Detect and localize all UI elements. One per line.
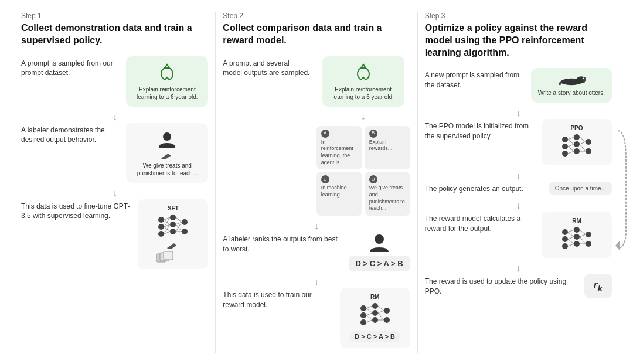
svg-line-62	[580, 144, 586, 151]
svg-line-40	[378, 311, 384, 313]
arrow4: ↓	[223, 277, 410, 287]
main-container: Step 1 Collect demonstration data and tr…	[0, 0, 633, 364]
arrow7: ↓	[425, 201, 612, 210]
letter-c: C	[321, 175, 329, 183]
svg-point-28	[360, 319, 366, 325]
svg-line-61	[580, 142, 586, 144]
svg-point-4	[158, 231, 164, 237]
step2-rm-card: RM	[340, 288, 410, 348]
svg-point-31	[372, 317, 378, 323]
svg-line-17	[176, 217, 182, 222]
grid-text-c: In machine learning...	[321, 185, 358, 198]
step2-card1-area: Explain reinforcement learning to a 6 ye…	[316, 56, 410, 216]
arrow-grid: ↓	[360, 110, 366, 123]
svg-marker-64	[615, 240, 620, 251]
step2-row3: This data is used to train our reward mo…	[223, 288, 410, 348]
svg-point-72	[586, 241, 591, 247]
svg-line-41	[378, 313, 384, 320]
step3-row2: The PPO model is initialized from the su…	[425, 119, 612, 165]
reward-rk-card: rk	[584, 274, 612, 298]
step-1-title: Collect demonstration data and train a s…	[21, 22, 208, 47]
rm-rank: D > C > A > B	[350, 331, 400, 342]
step3-rm2-card: RM	[542, 212, 612, 258]
step1-desc3: This data is used to fine-tune GPT-3.5 w…	[21, 199, 132, 222]
svg-line-39	[378, 306, 384, 311]
step-3-content: A new prompt is sampled from the dataset…	[425, 68, 612, 302]
once-upon-card: Once upon a time...	[549, 182, 612, 195]
svg-point-26	[360, 305, 366, 311]
svg-point-65	[562, 229, 568, 235]
otter-text: Write a story about otters.	[538, 89, 605, 97]
step-1: Step 1 Collect demonstration data and tr…	[14, 12, 216, 353]
output-grid: A In reinforcement learning, the agent i…	[316, 126, 410, 216]
svg-point-47	[562, 137, 568, 142]
step-3: Step 3 Optimize a policy against the rew…	[418, 12, 619, 353]
otter-card: Write a story about otters.	[531, 68, 612, 103]
svg-line-75	[568, 237, 574, 239]
svg-point-2	[158, 217, 164, 223]
edit-icon2	[166, 242, 180, 249]
ppo-network-icon	[559, 134, 594, 159]
arrow8: ↓	[425, 264, 612, 273]
step2-desc3: This data is used to train our reward mo…	[223, 288, 333, 310]
user-icon	[156, 129, 178, 150]
step-2-title: Collect comparison data and train a rewa…	[223, 22, 410, 47]
feedback-arrow-icon	[612, 125, 628, 254]
step3-desc3: The policy generates an output.	[425, 182, 543, 194]
svg-point-8	[182, 219, 188, 225]
svg-line-76	[568, 239, 574, 244]
svg-point-53	[586, 139, 591, 145]
svg-point-52	[574, 148, 580, 154]
step1-desc2: A labeler demonstrates the desired outpu…	[21, 123, 120, 145]
svg-line-36	[366, 313, 372, 315]
step1-sft-card: SFT	[138, 199, 208, 269]
step2-rank-area: D > C > A > B	[349, 232, 410, 271]
rm2-network-icon	[559, 226, 594, 252]
step3-card1-area: Write a story about otters.	[531, 68, 612, 103]
arrow1: ↓	[21, 113, 208, 122]
step2-desc2: A labeler ranks the outputs from best to…	[223, 232, 342, 254]
grid-card-a: A In reinforcement learning, the agent i…	[316, 126, 362, 170]
step-2: Step 2 Collect comparison data and train…	[216, 12, 417, 353]
sft-network-icon	[155, 214, 190, 240]
step1-card3-area: SFT	[138, 199, 208, 269]
rank-display: D > C > A > B	[349, 256, 410, 271]
svg-line-74	[568, 232, 574, 237]
svg-line-58	[568, 147, 574, 151]
grid-text-b: Explain rewards...	[369, 139, 406, 152]
letter-a: A	[321, 130, 329, 138]
svg-point-7	[170, 229, 176, 234]
rm2-label: RM	[572, 217, 581, 224]
rm-network-icon	[358, 302, 393, 328]
recycle-icon-2	[353, 62, 374, 83]
svg-line-35	[366, 308, 372, 313]
svg-point-3	[158, 224, 164, 230]
svg-point-50	[574, 134, 580, 140]
svg-point-69	[574, 234, 580, 240]
otter-icon	[557, 74, 586, 87]
svg-line-55	[568, 137, 574, 140]
grid-card-b: B Explain rewards...	[365, 126, 410, 170]
step1-desc1: A prompt is sampled from our prompt data…	[21, 56, 120, 79]
arrow2: ↓	[21, 189, 208, 198]
svg-rect-24	[164, 251, 173, 260]
step1-row3: This data is used to fine-tune GPT-3.5 w…	[21, 199, 208, 269]
svg-point-54	[586, 148, 591, 154]
svg-point-66	[562, 236, 568, 242]
svg-point-51	[574, 141, 580, 147]
svg-line-78	[580, 230, 586, 234]
step3-row1: A new prompt is sampled from the dataset…	[425, 68, 612, 103]
step3-desc5: The reward is used to update the policy …	[425, 274, 578, 297]
step-2-content: A prompt and several model outputs are s…	[223, 56, 410, 353]
step-1-label: Step 1	[21, 12, 208, 20]
step3-once-area: Once upon a time...	[549, 182, 612, 195]
svg-point-68	[574, 227, 580, 233]
svg-line-73	[568, 230, 574, 232]
step3-rk-area: rk	[584, 274, 612, 298]
svg-point-25	[375, 234, 384, 244]
step1-row1: A prompt is sampled from our prompt data…	[21, 56, 208, 107]
svg-point-67	[562, 243, 568, 249]
step-3-title: Optimize a policy against the reward mod…	[425, 22, 612, 59]
step2-row2: A labeler ranks the outputs from best to…	[223, 232, 410, 271]
grid-card-c: C In machine learning...	[316, 172, 362, 216]
